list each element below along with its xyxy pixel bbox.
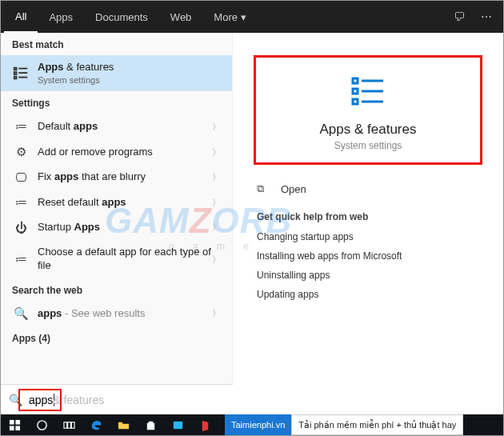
section-apps-count: Apps (4) — [1, 326, 232, 349]
svg-rect-6 — [353, 78, 358, 83]
svg-rect-13 — [15, 419, 20, 424]
help-link-startup[interactable]: Changing startup apps — [246, 227, 490, 246]
svg-rect-10 — [353, 99, 358, 104]
svg-rect-18 — [67, 422, 70, 428]
gear-icon: ⚙ — [12, 145, 30, 159]
startup-icon: ⏻ — [12, 221, 30, 234]
search-icon: 🔍 — [9, 394, 22, 406]
banner-slogan: Tải phần mềm miễn phí + thủ thuật hay — [291, 414, 463, 435]
file-type-icon: ≔ — [12, 252, 30, 266]
start-button[interactable] — [1, 414, 28, 435]
more-options-icon[interactable]: ⋯ — [473, 10, 500, 23]
tab-more[interactable]: More ▾ — [202, 1, 257, 33]
svg-rect-4 — [14, 76, 17, 78]
result-startup-apps[interactable]: ⏻ Startup Apps 〉 — [1, 215, 232, 240]
chevron-down-icon: ▾ — [241, 11, 246, 23]
list-settings-icon — [12, 65, 30, 82]
result-web-search[interactable]: 🔍 apps - See web results 〉 — [1, 301, 232, 326]
svg-rect-0 — [14, 67, 17, 70]
apps-features-icon — [349, 72, 387, 110]
display-icon: 🖵 — [12, 170, 30, 184]
section-best-match: Best match — [1, 33, 232, 55]
open-action[interactable]: ⧉ Open — [246, 179, 490, 206]
preview-panel: Apps & features System settings ⧉ Open G… — [233, 33, 503, 385]
result-default-apps[interactable]: ≔ Default apps 〉 — [1, 114, 232, 139]
site-banner: Taimienphi.vn Tải phần mềm miễn phí + th… — [225, 414, 463, 435]
explorer-icon[interactable] — [110, 414, 137, 435]
chevron-right-icon: 〉 — [212, 197, 221, 209]
chevron-right-icon: 〉 — [212, 307, 221, 319]
office-icon[interactable] — [191, 414, 218, 435]
open-icon: ⧉ — [257, 182, 273, 195]
search-icon: 🔍 — [12, 306, 30, 321]
edge-icon[interactable] — [82, 414, 110, 435]
preview-subtitle: System settings — [264, 140, 472, 151]
banner-site[interactable]: Taimienphi.vn — [225, 414, 291, 435]
chevron-right-icon: 〉 — [212, 222, 221, 234]
section-search-web: Search the web — [1, 278, 232, 301]
tab-web[interactable]: Web — [159, 1, 203, 33]
cortana-icon[interactable] — [28, 414, 55, 435]
help-link-uninstall[interactable]: Uninstalling apps — [246, 266, 490, 285]
store-icon[interactable] — [137, 414, 164, 435]
help-header: Get quick help from web — [246, 206, 490, 227]
svg-point-16 — [37, 420, 46, 429]
result-apps-features[interactable]: Apps & featuresSystem settings — [1, 55, 232, 91]
search-box[interactable]: 🔍 apps & features — [1, 384, 233, 414]
tab-apps[interactable]: Apps — [38, 1, 84, 33]
help-link-install[interactable]: Installing web apps from Microsoft — [246, 246, 490, 266]
tab-all[interactable]: All — [4, 1, 38, 33]
svg-rect-12 — [9, 419, 14, 424]
svg-rect-14 — [9, 426, 14, 430]
result-add-remove[interactable]: ⚙ Add or remove programs 〉 — [1, 139, 232, 165]
sliders-icon: ≔ — [12, 119, 30, 134]
chevron-right-icon: 〉 — [212, 146, 221, 158]
search-tabs: All Apps Documents Web More ▾ 🗩 ⋯ — [1, 1, 503, 33]
tab-documents[interactable]: Documents — [84, 1, 159, 33]
results-panel: Best match Apps & featuresSystem setting… — [1, 33, 233, 385]
feedback-icon[interactable]: 🗩 — [446, 10, 473, 23]
photos-icon[interactable] — [164, 414, 191, 435]
svg-rect-2 — [14, 72, 17, 74]
preview-title: Apps & features — [264, 122, 472, 138]
svg-rect-8 — [353, 89, 358, 94]
svg-rect-15 — [15, 426, 20, 430]
svg-rect-20 — [173, 421, 182, 428]
list-icon: ≔ — [12, 195, 30, 210]
section-settings: Settings — [1, 91, 232, 114]
result-reset-default[interactable]: ≔ Reset default apps 〉 — [1, 190, 232, 215]
chevron-right-icon: 〉 — [212, 121, 221, 133]
result-fix-blurry[interactable]: 🖵 Fix apps that are blurry 〉 — [1, 165, 232, 190]
preview-hero: Apps & features System settings — [254, 55, 482, 165]
taskview-icon[interactable] — [55, 414, 82, 435]
svg-rect-19 — [71, 422, 74, 428]
svg-rect-17 — [63, 422, 66, 428]
chevron-right-icon: 〉 — [212, 171, 221, 183]
search-suggestion: & features — [53, 394, 104, 406]
result-choose-default[interactable]: ≔ Choose a default app for each type of … — [1, 240, 232, 278]
help-link-update[interactable]: Updating apps — [246, 285, 490, 304]
chevron-right-icon: 〉 — [212, 254, 221, 266]
